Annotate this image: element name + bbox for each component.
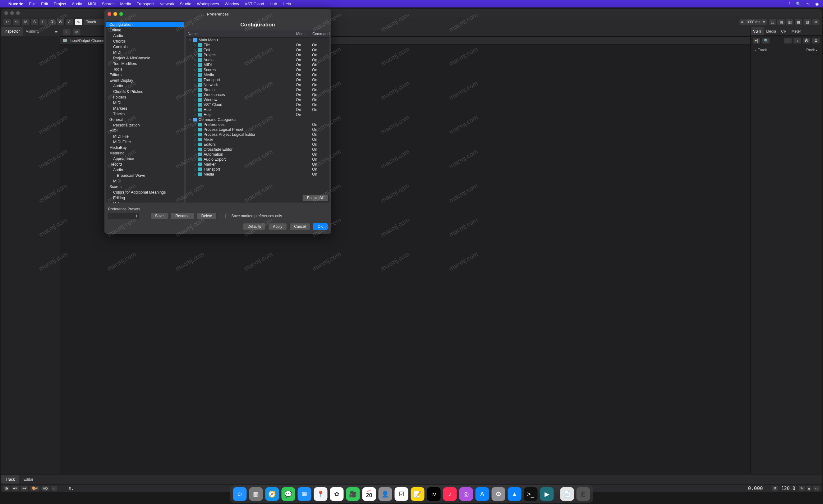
chevron-down-icon[interactable]: ▽ bbox=[188, 38, 191, 42]
dock-appstore[interactable]: A bbox=[476, 487, 489, 501]
dock-terminal[interactable]: >_ bbox=[524, 487, 538, 501]
zoom-icon[interactable] bbox=[16, 11, 20, 15]
menu-midi[interactable]: MIDI bbox=[85, 2, 99, 6]
row-command-value[interactable]: On bbox=[311, 152, 329, 157]
state-w-button[interactable]: W bbox=[56, 19, 65, 25]
chevron-right-icon[interactable]: ▷ bbox=[193, 108, 196, 111]
row-command-value[interactable]: On bbox=[311, 132, 329, 137]
tree-controls[interactable]: Controls bbox=[106, 44, 184, 50]
row-menu-value[interactable]: On bbox=[295, 43, 311, 47]
marker-icon[interactable]: ▱ bbox=[51, 486, 57, 491]
tempo-value[interactable]: 120.0 bbox=[781, 486, 795, 491]
chevron-right-icon[interactable]: ▷ bbox=[193, 88, 196, 92]
tree-chords[interactable]: Chords bbox=[106, 38, 184, 44]
table-body[interactable]: ▽Main Menu▷FileOnOn▷EditOnOn▷ProjectOnOn… bbox=[186, 38, 329, 193]
row-command-value[interactable]: On bbox=[311, 78, 329, 82]
row-menu-value[interactable]: On bbox=[295, 82, 311, 87]
tab-equals-icon[interactable]: ≡ bbox=[52, 27, 60, 36]
table-row[interactable]: ▷MIDIOnOn bbox=[186, 62, 329, 67]
row-menu-value[interactable]: On bbox=[295, 93, 311, 97]
search-icon[interactable]: 🔍 bbox=[796, 2, 801, 6]
dock-podcasts[interactable]: ◎ bbox=[459, 487, 473, 501]
dock-music[interactable]: ♪ bbox=[443, 487, 457, 501]
tab-editor[interactable]: Editor bbox=[19, 475, 38, 484]
row-menu-value[interactable]: On bbox=[295, 103, 311, 107]
row-menu-value[interactable]: On bbox=[295, 78, 311, 82]
track-search-icon[interactable]: ⊕ bbox=[73, 29, 81, 35]
dock-notes[interactable]: 📝 bbox=[411, 487, 425, 501]
chevron-right-icon[interactable]: ▷ bbox=[193, 153, 196, 156]
dock-tv[interactable]: tv bbox=[427, 487, 441, 501]
down-icon[interactable]: ↓ bbox=[793, 38, 801, 44]
click-icon[interactable]: ✎ bbox=[798, 486, 805, 491]
tree-colors-for-additional-meanings[interactable]: Colors for Additional Meanings bbox=[106, 190, 184, 195]
bar-icon[interactable]: ▭ bbox=[813, 486, 820, 491]
ok-button[interactable]: OK bbox=[313, 223, 328, 230]
tree-configuration[interactable]: Configuration bbox=[106, 22, 184, 27]
tree-editing[interactable]: Editing bbox=[106, 195, 184, 201]
tab-media[interactable]: Media bbox=[764, 27, 779, 35]
automation-icon[interactable]: ✎ bbox=[74, 19, 83, 25]
tree-editing[interactable]: Editing bbox=[106, 27, 184, 33]
add-track-button[interactable]: + bbox=[63, 29, 71, 35]
tree-markers[interactable]: Markers bbox=[106, 106, 184, 111]
table-row[interactable]: ▷FileOnOn bbox=[186, 42, 329, 47]
undo-button[interactable]: ↶ bbox=[3, 19, 11, 25]
table-row[interactable]: ▷AudioOnOn bbox=[186, 57, 329, 62]
chevron-right-icon[interactable]: ▷ bbox=[193, 53, 196, 56]
row-command-value[interactable]: On bbox=[311, 63, 329, 67]
tree-metering[interactable]: Metering bbox=[106, 150, 184, 156]
row-command-value[interactable]: On bbox=[311, 68, 329, 72]
table-row[interactable]: ▷WorkspacesOnOn bbox=[186, 92, 329, 97]
menu-edit[interactable]: Edit bbox=[38, 2, 51, 6]
menu-media[interactable]: Media bbox=[117, 2, 134, 6]
dock-maps[interactable]: 📍 bbox=[314, 487, 328, 501]
row-command-value[interactable]: On bbox=[311, 48, 329, 52]
chevron-right-icon[interactable]: ▷ bbox=[193, 133, 196, 136]
chevron-right-icon[interactable]: ▷ bbox=[193, 143, 196, 146]
chevron-right-icon[interactable]: ▷ bbox=[193, 123, 196, 126]
up-icon[interactable]: ↑ bbox=[784, 38, 792, 44]
table-row[interactable]: ▷MediaOnOn bbox=[186, 72, 329, 77]
table-row[interactable]: ▽Command Categories bbox=[186, 117, 329, 122]
tab-inspector[interactable]: Inspector bbox=[1, 27, 23, 36]
rename-button[interactable]: Rename bbox=[171, 212, 194, 219]
panel-toggle-2[interactable]: ▤ bbox=[777, 19, 785, 25]
tree-project-mixconsole[interactable]: Project & MixConsole bbox=[106, 55, 184, 61]
row-menu-value[interactable]: On bbox=[295, 113, 311, 117]
menu-file[interactable]: File bbox=[26, 2, 38, 6]
power-icon[interactable]: ⏻ bbox=[803, 38, 811, 44]
chevron-right-icon[interactable]: ▷ bbox=[193, 113, 196, 116]
tree-event-display[interactable]: Event Display bbox=[106, 78, 184, 83]
row-command-value[interactable]: On bbox=[311, 172, 329, 176]
table-row[interactable]: ▷NetworkOnOn bbox=[186, 82, 329, 87]
table-row[interactable]: ▷TransportOn bbox=[186, 167, 329, 172]
row-menu-value[interactable]: On bbox=[295, 73, 311, 77]
delete-button[interactable]: Delete bbox=[197, 212, 217, 219]
close-icon[interactable] bbox=[4, 11, 8, 15]
row-command-value[interactable]: On bbox=[311, 53, 329, 57]
panel-toggle-3[interactable]: ▥ bbox=[786, 19, 794, 25]
tree-mediabay[interactable]: MediaBay bbox=[106, 145, 184, 150]
minimize-icon[interactable] bbox=[10, 11, 14, 15]
row-command-value[interactable]: On bbox=[311, 43, 329, 47]
dock-trash[interactable]: 🗑 bbox=[577, 487, 590, 501]
row-command-value[interactable]: On bbox=[311, 73, 329, 77]
dock-mail[interactable]: ✉ bbox=[298, 487, 311, 501]
tree-scores[interactable]: Scores bbox=[106, 184, 184, 190]
state-m-button[interactable]: M bbox=[22, 19, 30, 25]
dialog-zoom-icon[interactable] bbox=[119, 12, 123, 16]
table-row[interactable]: ▷Process Project Logical EditorOn bbox=[186, 132, 329, 137]
chevron-right-icon[interactable]: ▷ bbox=[193, 173, 196, 176]
sync-icon[interactable]: ⇵ bbox=[772, 486, 778, 491]
panel-toggle-4[interactable]: ▦ bbox=[794, 19, 803, 25]
row-menu-value[interactable]: On bbox=[295, 68, 311, 72]
tree-midi[interactable]: MIDI bbox=[106, 178, 184, 184]
table-row[interactable]: ▷VST CloudOnOn bbox=[186, 102, 329, 107]
chevron-right-icon[interactable]: ▷ bbox=[193, 73, 196, 76]
table-row[interactable]: ▷StudioOnOn bbox=[186, 87, 329, 92]
tree-editors[interactable]: Editors bbox=[106, 72, 184, 78]
row-menu-value[interactable]: On bbox=[295, 58, 311, 62]
table-row[interactable]: ▷WindowOnOn bbox=[186, 97, 329, 102]
tree-chords-pitches[interactable]: Chords & Pitches bbox=[106, 89, 184, 95]
